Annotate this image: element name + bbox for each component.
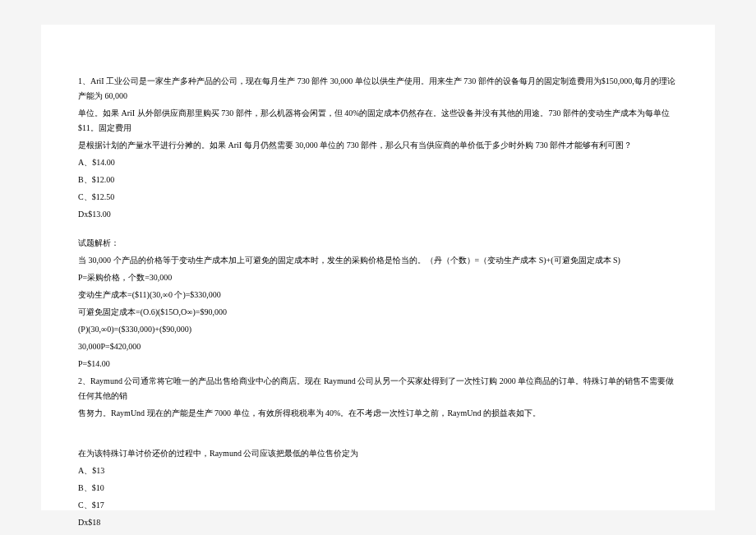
q1-analysis-5: (P)(30,∞0)=($330,000)+($90,000) [78,322,678,337]
q2-text-1: 2、Raymund 公司通常将它唯一的产品出售给商业中心的商店。现在 Raymu… [78,374,678,404]
q1-option-d: Dx$13.00 [78,207,678,222]
q1-option-c: C、$12.50 [78,190,678,205]
q2-option-c: C、$17 [78,498,678,513]
spacer [78,435,678,446]
spacer [78,423,678,435]
q2-option-a: A、$13 [78,464,678,478]
document-page: 1、AriI 工业公司是一家生产多种产品的公司，现在每月生产 730 部件 30… [41,25,715,510]
q1-text-1: 1、AriI 工业公司是一家生产多种产品的公司，现在每月生产 730 部件 30… [78,74,678,104]
q1-analysis-1: 当 30,000 个产品的价格等于变动生产成本加上可避免的固定成本时，发生的采购… [78,253,678,268]
q1-option-b: B、$12.00 [78,173,678,187]
q1-analysis-6: 30,000P=$420,000 [78,339,678,354]
q2-text-3: 在为该特殊订单讨价还价的过程中，Raymund 公司应该把最低的单位售价定为 [78,446,678,461]
q1-text-2: 单位。如果 AriI 从外部供应商那里购买 730 部件，那么机器将会闲置，但 … [78,106,678,136]
spacer [78,224,678,236]
q1-analysis-3: 变动生产成本=($11)(30,∞0 个)=$330,000 [78,288,678,302]
q2-option-b: B、$10 [78,481,678,496]
q1-analysis-7: P=$14.00 [78,357,678,371]
q2-text-2: 售努力。RaymUnd 现在的产能是生产 7000 单位，有效所得税税率为 40… [78,406,678,421]
q1-analysis-2: P=采购价格，个数=30,000 [78,270,678,285]
q1-text-3: 是根据计划的产量水平进行分摊的。如果 AriI 每月仍然需要 30,000 单位… [78,138,678,153]
q1-analysis-label: 试题解析： [78,236,678,251]
q1-analysis-4: 可避免固定成本=(O.6)($15O,O∞)=$90,000 [78,305,678,320]
q2-option-d: Dx$18 [78,515,678,530]
q1-option-a: A、$14.00 [78,155,678,170]
